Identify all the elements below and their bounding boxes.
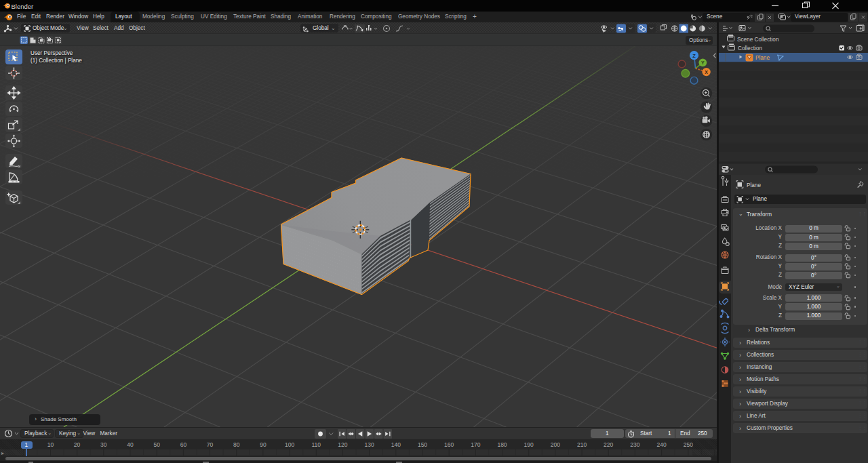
svg-text:200: 200: [551, 441, 560, 448]
svg-text:250: 250: [684, 441, 693, 448]
svg-text:140: 140: [391, 441, 401, 448]
svg-text:170: 170: [471, 441, 480, 448]
svg-text:90: 90: [260, 441, 267, 448]
svg-text:70: 70: [207, 441, 214, 448]
svg-text:10: 10: [47, 441, 54, 448]
svg-text:110: 110: [312, 441, 321, 448]
svg-text:30: 30: [100, 441, 107, 448]
svg-text:150: 150: [418, 441, 427, 448]
svg-text:Plane: Plane: [755, 55, 770, 61]
svg-text:230: 230: [630, 441, 639, 448]
svg-text:Z: Z: [692, 53, 696, 59]
svg-text:180: 180: [497, 441, 507, 448]
svg-text:Scene Collection: Scene Collection: [737, 37, 779, 43]
svg-text:50: 50: [153, 441, 160, 448]
svg-text:220: 220: [604, 441, 613, 448]
svg-text:190: 190: [524, 441, 534, 448]
svg-text:120: 120: [338, 441, 347, 448]
svg-text:40: 40: [127, 441, 134, 448]
svg-text:Collection: Collection: [738, 45, 762, 52]
svg-text:X: X: [705, 70, 708, 75]
svg-text:210: 210: [577, 441, 587, 448]
svg-text:240: 240: [657, 441, 667, 448]
svg-text:100: 100: [285, 441, 294, 448]
svg-text:160: 160: [444, 441, 454, 448]
svg-text:80: 80: [233, 441, 240, 448]
svg-text:60: 60: [180, 441, 187, 448]
svg-text:130: 130: [365, 441, 374, 448]
svg-text:Y: Y: [701, 60, 705, 65]
svg-text:20: 20: [74, 441, 81, 448]
